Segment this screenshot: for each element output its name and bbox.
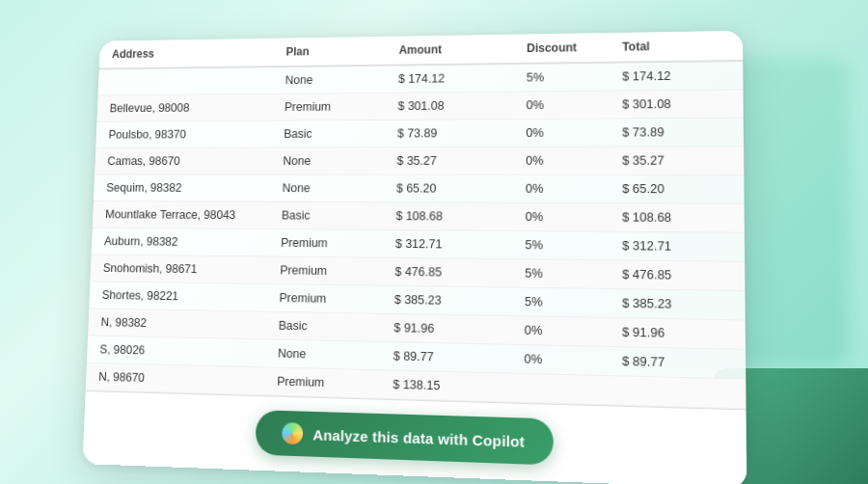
col-header-amount: Amount	[386, 34, 513, 65]
cell-amount: $ 301.08	[385, 91, 513, 119]
cell-total: $ 301.08	[609, 89, 744, 118]
cell-total: $ 89.77	[608, 346, 746, 379]
cell-amount: $ 138.15	[379, 369, 510, 401]
cell-amount: $ 385.23	[381, 285, 511, 315]
cell-plan: Premium	[271, 93, 385, 121]
cell-total: $ 476.85	[608, 259, 745, 290]
cell-total: $ 73.89	[608, 118, 744, 147]
cell-total: $ 65.20	[608, 175, 744, 203]
cell-plan: Basic	[265, 311, 381, 341]
cell-total: $ 174.12	[609, 60, 744, 90]
cell-total: $ 35.27	[608, 146, 744, 175]
analyze-copilot-button[interactable]: Analyze this data with Copilot	[256, 410, 553, 465]
cell-address: Mountlake Terrace, 98043	[93, 201, 269, 229]
cell-discount	[510, 373, 608, 405]
cell-discount: 5%	[511, 258, 609, 288]
cell-plan: Basic	[268, 202, 383, 229]
cell-address: Snohomish, 98671	[90, 254, 267, 283]
cell-amount: $ 91.96	[380, 313, 510, 344]
cell-plan: Premium	[267, 229, 382, 257]
cell-total: $ 108.68	[608, 202, 745, 232]
cell-plan: None	[264, 338, 380, 369]
cell-discount: 5%	[511, 230, 608, 259]
cell-plan: Premium	[266, 283, 381, 313]
cell-plan: None	[269, 175, 383, 202]
cell-address: Camas, 98670	[95, 148, 270, 175]
cell-address: Shortes, 98221	[89, 281, 266, 310]
cell-address: S, 98026	[87, 335, 265, 366]
cell-total: $ 312.71	[608, 231, 745, 261]
cell-amount: $ 174.12	[385, 64, 513, 93]
cell-address: Bellevue, 98008	[96, 94, 272, 121]
cell-address: N, 98382	[88, 308, 266, 338]
table-row: Bellevue, 98008 Premium $ 301.08 0% $ 30…	[96, 89, 743, 121]
cell-total: $ 91.96	[608, 317, 746, 349]
cell-amount: $ 65.20	[383, 175, 512, 202]
cell-plan: Premium	[267, 255, 382, 284]
cell-discount: 0%	[510, 344, 608, 375]
table-inner: Address Plan Amount Discount Total None …	[86, 30, 746, 409]
cell-address: Poulsbo, 98370	[95, 121, 271, 148]
cell-amount: $ 476.85	[381, 257, 511, 287]
cell-plan: None	[272, 65, 386, 94]
cell-address: Auburn, 98382	[92, 228, 269, 256]
table-row: Mountlake Terrace, 98043 Basic $ 108.68 …	[93, 201, 745, 232]
cell-discount: 0%	[512, 175, 609, 202]
table-row: Sequim, 98382 None $ 65.20 0% $ 65.20	[94, 174, 745, 202]
cell-discount: 0%	[511, 202, 608, 231]
cell-discount: 0%	[512, 119, 608, 147]
cell-discount: 0%	[510, 315, 608, 346]
copilot-icon	[283, 422, 304, 444]
cell-amount: $ 108.68	[382, 202, 511, 230]
analyze-button-label: Analyze this data with Copilot	[312, 425, 525, 449]
cell-plan: None	[270, 147, 384, 174]
col-header-discount: Discount	[513, 33, 609, 64]
cell-address	[98, 67, 273, 95]
cell-amount: $ 73.89	[384, 119, 512, 147]
data-table: Address Plan Amount Discount Total None …	[86, 30, 746, 409]
cell-discount: 0%	[512, 91, 608, 120]
cell-address: Sequim, 98382	[94, 174, 270, 201]
table-row: Poulsbo, 98370 Basic $ 73.89 0% $ 73.89	[95, 118, 744, 148]
table-row: Camas, 98670 None $ 35.27 0% $ 35.27	[95, 146, 744, 175]
col-header-plan: Plan	[273, 36, 386, 66]
cell-address: N, 98670	[86, 363, 264, 395]
col-header-address: Address	[99, 38, 274, 68]
cell-plan: Premium	[263, 366, 379, 397]
cell-plan: Basic	[271, 120, 385, 148]
cell-discount: 5%	[513, 62, 609, 91]
col-header-total: Total	[609, 30, 744, 62]
table-card: Address Plan Amount Discount Total None …	[83, 30, 747, 484]
cell-amount: $ 35.27	[383, 147, 512, 175]
table-body: None $ 174.12 5% $ 174.12 Bellevue, 9800…	[86, 60, 746, 408]
cell-discount: 0%	[512, 147, 609, 175]
cell-amount: $ 89.77	[380, 341, 511, 373]
cell-total	[608, 375, 746, 408]
cell-discount: 5%	[510, 287, 608, 317]
cell-total: $ 385.23	[608, 288, 745, 319]
cell-amount: $ 312.71	[382, 229, 511, 258]
